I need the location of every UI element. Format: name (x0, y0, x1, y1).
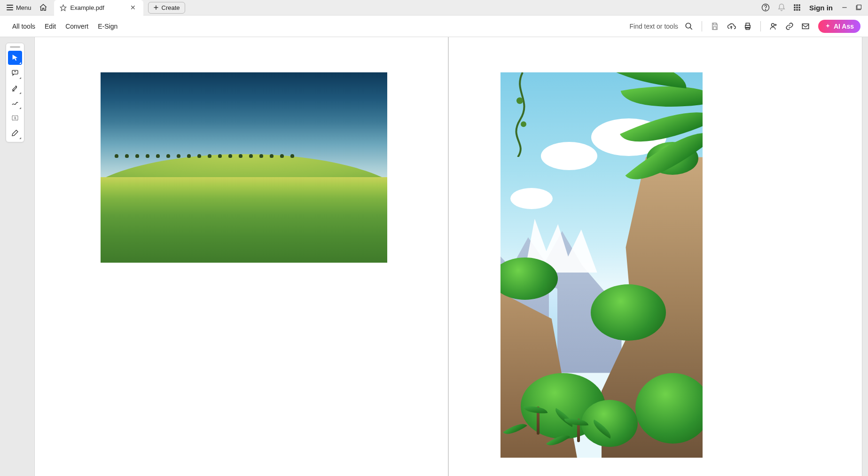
svg-point-4 (765, 9, 766, 10)
highlighter-icon (11, 84, 19, 92)
create-button[interactable]: Create (148, 2, 185, 14)
bell-icon (777, 3, 786, 12)
cloud-upload-icon (727, 22, 736, 31)
sparkle-icon (825, 23, 831, 30)
grip-handle[interactable] (10, 46, 20, 48)
svg-point-34 (516, 97, 523, 104)
svg-rect-11 (794, 9, 795, 10)
pen-icon (11, 129, 19, 137)
grid-icon (793, 4, 801, 11)
svg-rect-5 (794, 4, 795, 6)
help-button[interactable] (758, 1, 774, 14)
home-button[interactable] (35, 1, 51, 14)
svg-rect-19 (713, 23, 716, 25)
side-toolbar: A (6, 43, 24, 142)
svg-rect-9 (796, 7, 798, 8)
toolbar: All tools Edit Convert E-Sign Find text … (0, 16, 868, 37)
signin-button[interactable]: Sign in (805, 2, 837, 14)
save-button[interactable] (707, 20, 723, 32)
notifications-button[interactable] (774, 1, 790, 14)
titlebar: Menu Example.pdf ✕ Create Sign in (0, 0, 868, 16)
help-icon (761, 3, 770, 12)
draw-tool[interactable] (8, 96, 22, 110)
svg-rect-20 (713, 26, 716, 29)
upload-button[interactable] (723, 20, 740, 32)
menu-label: Menu (16, 4, 31, 11)
maximize-button[interactable] (852, 3, 865, 13)
textbox-icon: A (11, 114, 19, 122)
svg-point-17 (686, 23, 691, 28)
tropical-jungle-image (500, 72, 703, 458)
svg-point-24 (772, 23, 774, 26)
tab-filename: Example.pdf (70, 4, 104, 11)
svg-rect-12 (796, 9, 798, 10)
add-user-button[interactable] (766, 20, 782, 32)
divider (702, 21, 702, 31)
mail-icon (801, 22, 810, 31)
email-button[interactable] (798, 20, 813, 32)
link-icon (785, 22, 794, 31)
plus-icon (153, 5, 159, 10)
search-icon (685, 22, 693, 31)
svg-rect-16 (857, 5, 861, 9)
create-label: Create (162, 4, 180, 11)
toolbar-link-alltools[interactable]: All tools (8, 20, 40, 33)
comment-tool[interactable] (8, 66, 22, 80)
star-icon (60, 4, 67, 11)
text-box-tool[interactable]: A (8, 111, 22, 125)
comment-icon (11, 69, 19, 77)
draw-icon (11, 99, 19, 107)
toolbar-link-edit[interactable]: Edit (40, 20, 61, 33)
minimize-icon (841, 4, 848, 11)
document-tab[interactable]: Example.pdf ✕ (54, 0, 143, 16)
maximize-icon (855, 5, 861, 11)
svg-rect-28 (12, 70, 18, 74)
svg-marker-0 (60, 5, 66, 11)
user-plus-icon (769, 22, 778, 31)
tab-close-button[interactable]: ✕ (128, 3, 138, 12)
svg-text:A: A (14, 116, 16, 120)
cursor-icon (11, 54, 19, 62)
page-spread (0, 37, 868, 476)
svg-rect-6 (796, 4, 798, 6)
svg-rect-22 (746, 23, 750, 25)
home-icon (39, 3, 47, 12)
workspace: A (0, 37, 868, 476)
divider (760, 21, 761, 31)
ai-assistant-button[interactable]: AI Ass (818, 20, 860, 33)
svg-rect-7 (798, 4, 800, 6)
fill-sign-tool[interactable] (8, 126, 22, 140)
print-button[interactable] (740, 20, 756, 32)
select-tool[interactable] (8, 51, 22, 65)
toolbar-link-esign[interactable]: E-Sign (93, 20, 122, 33)
hamburger-icon (7, 5, 13, 10)
svg-rect-10 (798, 7, 800, 8)
svg-point-35 (521, 121, 526, 127)
svg-rect-13 (798, 9, 800, 10)
page-1[interactable] (35, 37, 448, 476)
save-icon (711, 22, 719, 31)
find-label: Find text or tools (630, 23, 681, 30)
print-icon (743, 22, 752, 31)
svg-rect-27 (802, 23, 809, 29)
page-2[interactable] (448, 37, 862, 476)
apps-button[interactable] (790, 2, 805, 13)
menu-button[interactable]: Menu (3, 2, 35, 13)
svg-rect-8 (794, 7, 795, 8)
toolbar-link-convert[interactable]: Convert (61, 20, 93, 33)
link-button[interactable] (782, 20, 798, 32)
landscape-field-image (101, 72, 387, 263)
highlight-tool[interactable] (8, 81, 22, 95)
minimize-button[interactable] (837, 2, 852, 13)
svg-line-18 (690, 27, 692, 30)
search-button[interactable] (681, 20, 697, 32)
